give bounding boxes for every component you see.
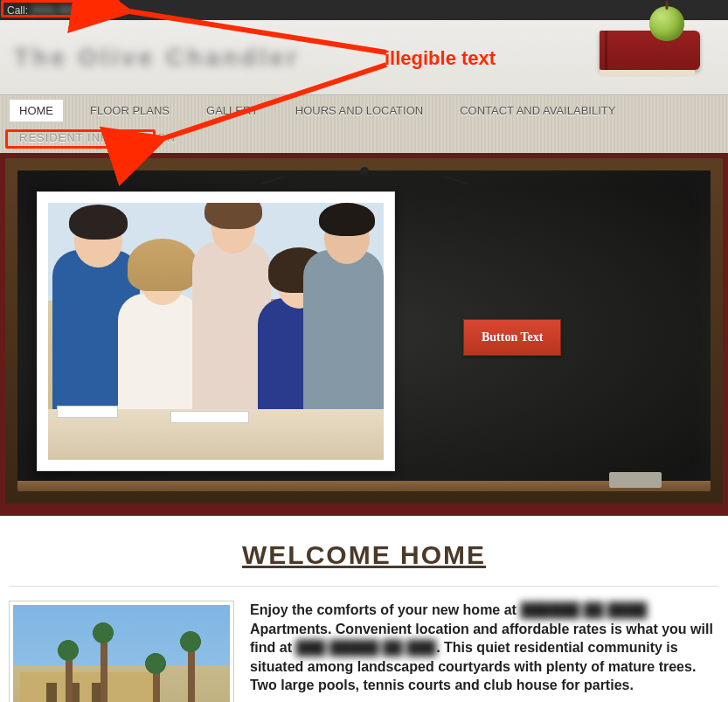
hero-photo (37, 191, 395, 471)
chalk-tray (17, 481, 711, 491)
book-apple-logo (600, 31, 700, 70)
welcome-heading: WELCOME HOME (9, 540, 719, 570)
chalkboard: Button Text (5, 158, 723, 504)
nav-contact-availability[interactable]: CONTACT AND AVAILABILITY (449, 99, 626, 122)
divider (9, 586, 719, 587)
eraser-icon (609, 472, 662, 488)
apple-icon (649, 6, 684, 41)
book-icon (600, 31, 700, 70)
copy-redacted: ██████ ██ ████ (520, 602, 647, 617)
nav-gallery[interactable]: GALLERY (196, 99, 269, 122)
hero-section: Button Text (0, 153, 728, 516)
nav-home[interactable]: HOME (9, 99, 64, 122)
site-header: The Olive Chandler (0, 20, 728, 94)
main-nav: HOME FLOOR PLANS GALLERY HOURS AND LOCAT… (0, 94, 728, 153)
call-prefix: Call: (7, 4, 28, 17)
copy-text: Enjoy the comforts of your new home at (250, 602, 520, 617)
site-title: The Olive Chandler (14, 44, 300, 72)
top-bar: Call: (555) 555-5555 (0, 0, 728, 20)
hero-button[interactable]: Button Text (463, 319, 561, 356)
nav-floor-plans[interactable]: FLOOR PLANS (80, 99, 180, 122)
call-number: (555) 555-5555 (31, 4, 102, 17)
nav-hours-location[interactable]: HOURS AND LOCATION (285, 99, 433, 122)
call-label: Call: (555) 555-5555 (7, 4, 102, 17)
hanger-icon (286, 167, 443, 176)
main-content: WELCOME HOME Enjoy the comforts of your … (0, 516, 728, 702)
property-thumbnail (9, 601, 234, 702)
nav-resident-information[interactable]: RESIDENT INFORMATION (9, 126, 186, 149)
copy-redacted: ███ █████ ██ ███ (295, 640, 436, 655)
welcome-copy: Enjoy the comforts of your new home at █… (250, 601, 719, 695)
